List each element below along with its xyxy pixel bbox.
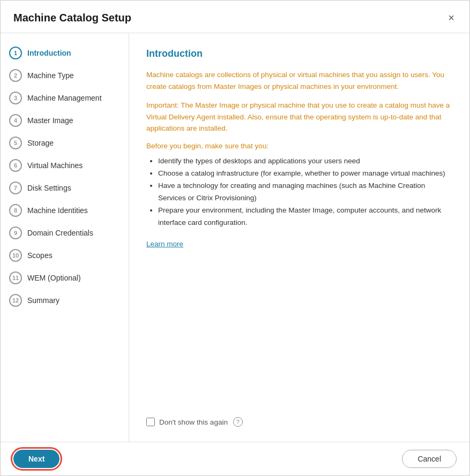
bullet-item-3: Have a technology for creating and manag… xyxy=(158,180,452,205)
step-number: 1 xyxy=(9,47,22,59)
step-number: 7 xyxy=(9,182,22,194)
sidebar-item-label: Master Image xyxy=(27,116,73,125)
sidebar-item-label: Scopes xyxy=(27,251,53,260)
sidebar-item-domain-credentials[interactable]: 9Domain Credentials xyxy=(1,222,129,244)
step-number: 8 xyxy=(9,204,22,217)
sidebar-item-label: Introduction xyxy=(27,49,71,57)
bullet-item-2: Choose a catalog infrastructure (for exa… xyxy=(158,168,452,180)
sidebar-item-label: Storage xyxy=(27,139,54,147)
sidebar-item-wem-optional[interactable]: 11WEM (Optional) xyxy=(1,267,129,289)
sidebar-item-label: Virtual Machines xyxy=(27,161,83,170)
bullet-item-1: Identify the types of desktops and appli… xyxy=(158,155,452,168)
sidebar-item-label: Domain Credentials xyxy=(27,229,93,237)
step-number: 11 xyxy=(9,271,22,284)
content-title: Introduction xyxy=(146,48,452,59)
sidebar-item-virtual-machines[interactable]: 6Virtual Machines xyxy=(1,154,129,177)
intro-paragraph-2: Important: The Master Image or physical … xyxy=(146,100,452,134)
sidebar-item-label: Summary xyxy=(27,296,59,305)
footer-options: Don't show this again ? xyxy=(146,410,452,431)
main-content: Introduction Machine catalogs are collec… xyxy=(129,33,469,442)
sidebar-item-machine-identities[interactable]: 8Machine Identities xyxy=(1,199,129,222)
step-number: 6 xyxy=(9,159,22,172)
step-number: 3 xyxy=(9,92,22,104)
dialog-title: Machine Catalog Setup xyxy=(13,12,131,24)
dialog-body: 1Introduction2Machine Type3Machine Manag… xyxy=(1,33,469,442)
sidebar-item-summary[interactable]: 12Summary xyxy=(1,289,129,312)
step-number: 2 xyxy=(9,69,22,82)
sidebar-item-label: Disk Settings xyxy=(27,184,71,192)
sidebar-item-label: Machine Type xyxy=(27,71,74,80)
dont-show-label: Don't show this again xyxy=(159,418,228,426)
sidebar-item-master-image[interactable]: 4Master Image xyxy=(1,109,129,132)
step-number: 10 xyxy=(9,249,22,262)
sidebar-item-disk-settings[interactable]: 7Disk Settings xyxy=(1,177,129,199)
step-number: 12 xyxy=(9,294,22,307)
dont-show-container: Don't show this again xyxy=(146,418,228,426)
next-button[interactable]: Next xyxy=(13,450,59,468)
sidebar-item-label: Machine Management xyxy=(27,94,102,102)
machine-catalog-setup-dialog: Machine Catalog Setup × 1Introduction2Ma… xyxy=(0,0,470,476)
step-number: 4 xyxy=(9,114,22,127)
help-icon[interactable]: ? xyxy=(233,417,243,427)
step-number: 5 xyxy=(9,137,22,149)
content-spacer xyxy=(146,248,452,410)
dialog-footer: Next Cancel xyxy=(1,442,469,475)
sidebar-item-storage[interactable]: 5Storage xyxy=(1,132,129,154)
learn-more-link[interactable]: Learn more xyxy=(146,240,452,248)
cancel-button[interactable]: Cancel xyxy=(402,450,457,468)
sidebar-item-label: WEM (Optional) xyxy=(27,274,81,282)
sidebar-item-introduction[interactable]: 1Introduction xyxy=(1,42,129,64)
dialog-header: Machine Catalog Setup × xyxy=(1,1,469,33)
before-begin-text: Before you begin, make sure that you: xyxy=(146,142,452,150)
bullet-list: Identify the types of desktops and appli… xyxy=(146,155,452,229)
dont-show-checkbox[interactable] xyxy=(146,418,155,426)
sidebar-item-machine-type[interactable]: 2Machine Type xyxy=(1,64,129,87)
close-button[interactable]: × xyxy=(446,10,457,25)
step-number: 9 xyxy=(9,226,22,239)
sidebar-item-machine-management[interactable]: 3Machine Management xyxy=(1,87,129,109)
sidebar: 1Introduction2Machine Type3Machine Manag… xyxy=(1,33,129,442)
intro-paragraph-1: Machine catalogs are collections of phys… xyxy=(146,69,452,92)
sidebar-item-scopes[interactable]: 10Scopes xyxy=(1,244,129,267)
bullet-item-4: Prepare your environment, including the … xyxy=(158,205,452,229)
sidebar-item-label: Machine Identities xyxy=(27,206,88,215)
